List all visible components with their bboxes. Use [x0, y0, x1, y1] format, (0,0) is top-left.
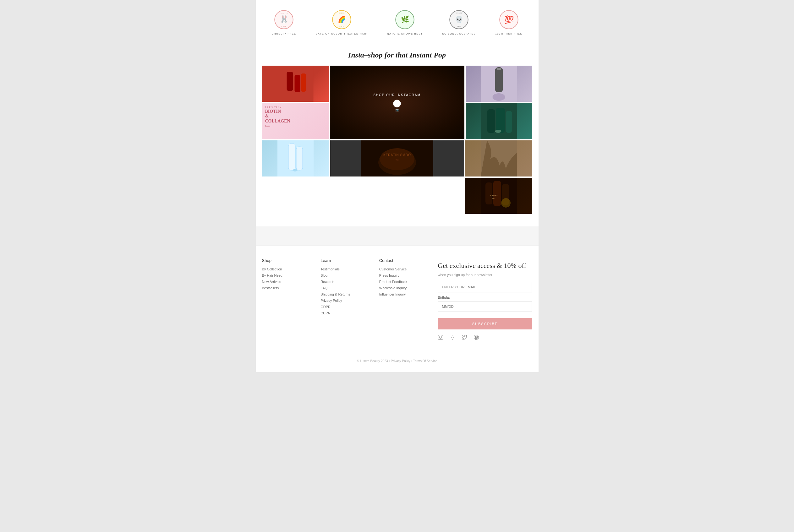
insta-cell-extra-right[interactable] [465, 140, 532, 176]
insta-cell-extra-1[interactable] [262, 140, 329, 176]
footer-link-ccpa[interactable]: CCPA [320, 311, 373, 315]
footer-col-contact: Contact Customer Service Press Inquiry P… [379, 258, 432, 344]
footer-shop-title: Shop [262, 258, 315, 263]
insta-image-1 [262, 65, 329, 102]
footer-learn-title: Learn [320, 258, 373, 263]
footer: Shop By Collection By Hair Need New Arri… [256, 245, 538, 372]
svg-rect-18 [294, 75, 300, 92]
footer-link-product-feedback[interactable]: Product Feedback [379, 280, 432, 284]
footer-link-bestsellers[interactable]: Bestsellers [262, 286, 315, 290]
footer-terms-link[interactable]: Terms Of Service [413, 359, 437, 363]
badge-label-risk-free: 100% RISK-FREE [495, 32, 522, 35]
badge-nature: 🌿 NATURE KNOWS BEST [387, 10, 423, 35]
footer-link-press-inquiry[interactable]: Press Inquiry [379, 273, 432, 277]
svg-rect-26 [496, 108, 505, 133]
color-safe-icon: 🌈 COLOR SAFE [332, 10, 352, 30]
svg-text:🐰: 🐰 [280, 15, 289, 23]
insta-cell-4[interactable] [466, 65, 532, 102]
badge-cruelty-free: 🐰 CRUELTY FREE CRUELTY-FREE [272, 10, 296, 35]
svg-rect-19 [301, 74, 306, 92]
footer-link-rewards[interactable]: Rewards [320, 280, 373, 284]
svg-text:💯: 💯 [504, 15, 514, 24]
footer-copyright: © Luseta Beauty 2023 [357, 359, 388, 363]
insta-extra-1-img [262, 140, 329, 176]
birthday-label: Birthday [438, 296, 532, 299]
footer-link-wholesale-inquiry[interactable]: Wholesale Inquiry [379, 286, 432, 290]
footer-link-influencer-inquiry[interactable]: Influencer Inquiry [379, 292, 432, 296]
cruelty-free-icon: 🐰 CRUELTY FREE [274, 10, 294, 30]
footer-link-testimonials[interactable]: Testimonials [320, 267, 373, 271]
insta-cell-1[interactable] [262, 65, 329, 102]
badge-color-safe: 🌈 COLOR SAFE SAFE ON COLOR-TREATED HAIR [316, 10, 368, 35]
badge-label-cruelty-free: CRUELTY-FREE [272, 32, 296, 35]
badge-label-nature: NATURE KNOWS BEST [387, 32, 423, 35]
email-input[interactable] [438, 282, 532, 292]
subscribe-button[interactable]: SUBSCRIBE [438, 318, 532, 329]
svg-text:COLOR: COLOR [339, 12, 345, 14]
svg-text:🌿: 🌿 [401, 15, 409, 23]
footer-link-shipping[interactable]: Shipping & Returns [320, 292, 373, 296]
newsletter-title: Get exclusive access & 10% off [438, 261, 532, 270]
insta-title: Insta–shop for that Instant Pop [256, 51, 538, 59]
svg-point-28 [495, 130, 501, 133]
insta-cell-biotin: BIOTIN& COLLAGEN [265, 109, 326, 124]
footer-link-faq[interactable]: FAQ [320, 286, 373, 290]
svg-rect-27 [505, 111, 512, 133]
footer-col-newsletter: Get exclusive access & 10% off when you … [438, 258, 532, 344]
badge-label-sulfate-free: SO LONG, SULFATES [442, 32, 476, 35]
insta-cell-5[interactable]: LET'S TALK BIOTIN& COLLAGEN Learn [262, 103, 329, 139]
insta-grid: SHOP OUR INSTAGRAM ⬤ 📷 LET'S TAL [262, 65, 532, 139]
newsletter-subtitle: when you sign up for our newsletter! [438, 273, 532, 277]
instagram-symbol: 📷 [395, 108, 399, 112]
svg-text:🌈: 🌈 [337, 15, 346, 23]
insta-hair-img [465, 140, 532, 176]
svg-text:FREE: FREE [281, 25, 286, 27]
svg-text:CRUELTY: CRUELTY [280, 13, 289, 15]
insta-cell-8[interactable] [466, 103, 532, 139]
svg-text:FREE: FREE [457, 25, 461, 27]
svg-point-23 [492, 93, 505, 101]
insta-argan-img: ARGAN OIL [465, 178, 532, 214]
insta-row-extra: KERATIN SMOO TH [262, 140, 532, 176]
svg-point-47 [440, 336, 442, 339]
insta-section: Insta–shop for that Instant Pop SHOP OUR… [256, 41, 538, 226]
svg-rect-41 [493, 181, 501, 206]
svg-rect-31 [296, 147, 302, 170]
instagram-social-icon[interactable] [438, 335, 443, 341]
footer-bottom: © Luseta Beauty 2023 • Privacy Policy • … [262, 354, 532, 363]
svg-rect-46 [438, 335, 443, 340]
facebook-social-icon[interactable] [450, 335, 455, 341]
social-icons [438, 335, 532, 341]
pinterest-social-icon[interactable] [474, 335, 479, 341]
svg-rect-17 [287, 72, 293, 91]
footer-link-by-hair-need[interactable]: By Hair Need [262, 273, 315, 277]
svg-text:KERATIN SMOO: KERATIN SMOO [383, 153, 411, 157]
insta-cell-argan[interactable]: ARGAN OIL [465, 178, 532, 214]
footer-link-new-arrivals[interactable]: New Arrivals [262, 280, 315, 284]
footer-col-learn: Learn Testimonials Blog Rewards FAQ Ship… [320, 258, 373, 344]
footer-privacy-link[interactable]: Privacy Policy [391, 359, 410, 363]
footer-contact-title: Contact [379, 258, 432, 263]
nature-icon: 🌿 [395, 10, 415, 30]
footer-link-blog[interactable]: Blog [320, 273, 373, 277]
svg-text:SULFATE: SULFATE [456, 12, 462, 14]
birthday-input[interactable] [438, 301, 532, 312]
svg-text:SAFE: SAFE [339, 25, 344, 27]
badge-sulfate-free: 💀 SULFATE FREE SO LONG, SULFATES [442, 10, 476, 35]
footer-link-by-collection[interactable]: By Collection [262, 267, 315, 271]
footer-col-shop: Shop By Collection By Hair Need New Arri… [262, 258, 315, 344]
risk-free-icon: 💯 [499, 10, 519, 30]
insta-jar-img: KERATIN SMOO TH [330, 140, 464, 176]
instagram-icon: ⬤ [393, 99, 401, 108]
insta-cell-learn: Learn [265, 125, 326, 127]
insta-shop-text: SHOP OUR INSTAGRAM [373, 93, 421, 97]
insta-shop-cta[interactable]: SHOP OUR INSTAGRAM ⬤ 📷 [330, 65, 464, 139]
insta-cell-lets-talk: LET'S TALK [265, 106, 326, 109]
insta-cell-extra-center: KERATIN SMOO TH [330, 140, 464, 176]
footer-link-customer-service[interactable]: Customer Service [379, 267, 432, 271]
badge-risk-free: 💯 100% RISK-FREE [495, 10, 522, 35]
svg-text:ARGAN: ARGAN [490, 194, 498, 196]
footer-link-privacy-policy[interactable]: Privacy Policy [320, 299, 373, 302]
twitter-social-icon[interactable] [462, 335, 467, 341]
footer-link-gdpr[interactable]: GDPR [320, 305, 373, 309]
